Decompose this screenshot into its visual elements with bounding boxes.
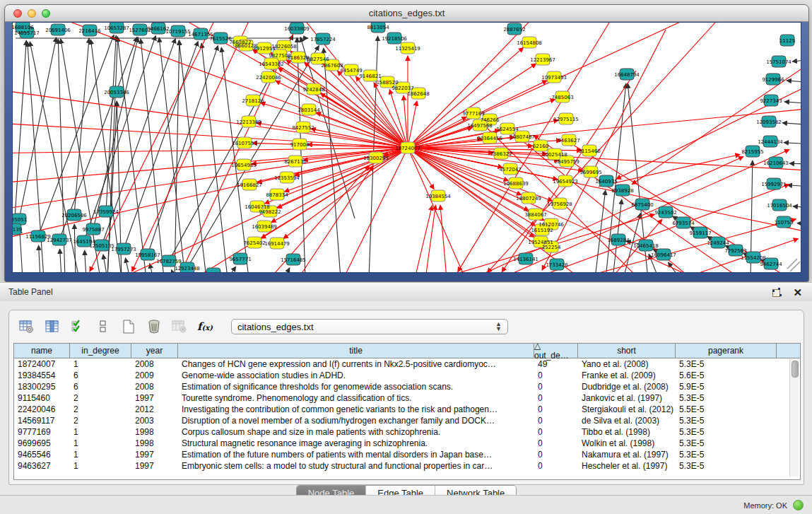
table-settings-icon[interactable] bbox=[19, 319, 35, 334]
table-cell[interactable]: Tourette syndrome. Phenomenology and cla… bbox=[178, 393, 534, 403]
table-row[interactable]: 969969511998Structural magnetic resonanc… bbox=[14, 438, 800, 449]
table-cell[interactable]: 0 bbox=[534, 416, 578, 426]
table-cell[interactable]: Estimation of the future numbers of pati… bbox=[178, 450, 534, 460]
table-cell[interactable]: 5.3E-5 bbox=[676, 427, 777, 437]
network-window-titlebar[interactable]: citations_edges.txt bbox=[5, 5, 808, 22]
table-cell[interactable]: 0 bbox=[534, 427, 578, 437]
table-cell[interactable]: Stergiakouli et al. (2012) bbox=[578, 404, 676, 414]
table-column-icon[interactable] bbox=[45, 319, 60, 334]
table-row[interactable]: 977716911998Corpus callosum shape and si… bbox=[14, 426, 800, 438]
close-panel-icon[interactable]: ✕ bbox=[793, 287, 802, 298]
table-cell[interactable]: 2003 bbox=[131, 416, 178, 426]
table-cell[interactable]: 2012 bbox=[131, 404, 178, 414]
table-row[interactable]: 911546021997Tourette syndrome. Phenomeno… bbox=[14, 392, 800, 404]
select-columns-icon[interactable] bbox=[70, 319, 86, 334]
table-cell[interactable]: 14569117 bbox=[14, 416, 70, 426]
vertical-scrollbar[interactable] bbox=[789, 359, 799, 477]
function-builder-icon[interactable]: f(x) bbox=[197, 320, 213, 333]
column-header-in_degree[interactable]: in_degree bbox=[70, 344, 131, 358]
table-cell[interactable]: 9699695 bbox=[14, 438, 70, 448]
table-row[interactable]: 2242004622012Investigating the contribut… bbox=[14, 404, 800, 415]
table-cell[interactable]: 5.3E-5 bbox=[676, 359, 777, 369]
table-row[interactable]: 1872400712008Changes of HCN gene express… bbox=[14, 358, 800, 370]
column-header-name[interactable]: name bbox=[14, 344, 70, 358]
row-mode-icon[interactable] bbox=[95, 319, 111, 334]
table-cell[interactable]: 1 bbox=[70, 427, 131, 437]
table-row[interactable]: 1456911722003Disruption of a novel membe… bbox=[14, 415, 800, 426]
table-source-select[interactable]: citations_edges.txt ▲▼ bbox=[231, 319, 508, 334]
table-cell[interactable]: 1 bbox=[70, 359, 131, 369]
table-cell[interactable]: 5.5E-5 bbox=[676, 404, 777, 414]
table-cell[interactable]: 5.3E-5 bbox=[676, 450, 777, 460]
table-row[interactable]: 1938455462009Genome-wide association stu… bbox=[14, 370, 800, 381]
table-cell[interactable]: 0 bbox=[534, 393, 578, 403]
table-row[interactable]: 946554611997Estimation of the future num… bbox=[14, 449, 800, 460]
table-cell[interactable]: 9115460 bbox=[14, 393, 70, 403]
table-cell[interactable]: 1998 bbox=[131, 427, 178, 437]
table-cell[interactable]: 0 bbox=[534, 382, 578, 392]
table-cell[interactable]: 1997 bbox=[131, 393, 178, 403]
table-cell[interactable]: 5.9E-5 bbox=[676, 382, 777, 392]
table-cell[interactable]: 2 bbox=[70, 404, 131, 414]
table-cell[interactable]: Changes of HCN gene expression and I(f) … bbox=[178, 359, 534, 369]
column-header-out_de[interactable]: △ out_de… bbox=[534, 344, 578, 358]
table-cell[interactable]: Franke et al. (2009) bbox=[578, 370, 676, 380]
table-cell[interactable]: 6 bbox=[70, 370, 131, 380]
table-cell[interactable]: 49 bbox=[534, 359, 578, 369]
table-cell[interactable]: 1998 bbox=[131, 438, 178, 448]
table-cell[interactable]: Genome-wide association studies in ADHD. bbox=[178, 370, 534, 380]
column-header-year[interactable]: year bbox=[131, 344, 178, 358]
table-cell[interactable]: Nakamura et al. (1997) bbox=[578, 450, 676, 460]
table-cell[interactable]: Wolkin et al. (1998) bbox=[578, 438, 676, 448]
table-cell[interactable]: Investigating the contribution of common… bbox=[178, 404, 534, 414]
table-cell[interactable]: 5.3E-5 bbox=[676, 416, 777, 426]
float-panel-icon[interactable] bbox=[772, 288, 782, 297]
table-cell[interactable]: 9463627 bbox=[14, 461, 70, 471]
network-graph[interactable]: 1405571720691406221641610653287152760294… bbox=[13, 23, 801, 273]
table-cell[interactable]: 5.3E-5 bbox=[676, 393, 777, 403]
table-cell[interactable]: 6 bbox=[70, 382, 131, 392]
table-cell[interactable]: 9777169 bbox=[14, 427, 70, 437]
table-cell[interactable]: 0 bbox=[534, 404, 578, 414]
table-cell[interactable]: 2008 bbox=[131, 382, 178, 392]
table-cell[interactable]: 1 bbox=[70, 450, 131, 460]
column-header-title[interactable]: title bbox=[178, 344, 534, 358]
table-cell[interactable]: de Silva et al. (2003) bbox=[578, 416, 676, 426]
table-cell[interactable]: 22420046 bbox=[14, 404, 70, 414]
table-cell[interactable]: Corpus callosum shape and size in male p… bbox=[178, 427, 534, 437]
table-cell[interactable]: 18724007 bbox=[14, 359, 70, 369]
table-cell[interactable]: 2 bbox=[70, 416, 131, 426]
table-cell[interactable]: 1997 bbox=[131, 461, 178, 471]
table-cell[interactable]: 2 bbox=[70, 393, 131, 403]
table-cell[interactable]: 0 bbox=[534, 461, 578, 471]
memory-status-icon[interactable] bbox=[793, 500, 804, 510]
scrollbar-thumb[interactable] bbox=[792, 361, 799, 378]
column-header-short[interactable]: short bbox=[578, 344, 676, 358]
table-cell[interactable]: 18300295 bbox=[14, 382, 70, 392]
table-cell[interactable]: Hescheler et al. (1997) bbox=[578, 461, 676, 471]
table-cell[interactable]: 2009 bbox=[131, 370, 178, 380]
table-cell[interactable]: Yano et al. (2008) bbox=[578, 359, 676, 369]
table-cell[interactable]: 5.3E-5 bbox=[676, 461, 777, 471]
table-cell[interactable]: 5.6E-5 bbox=[676, 370, 777, 380]
canvas-resize-handle[interactable] bbox=[787, 259, 800, 271]
table-row[interactable]: 1830029562008Estimation of significance … bbox=[14, 381, 800, 392]
table-cell[interactable]: 0 bbox=[534, 450, 578, 460]
table-cell[interactable]: 1 bbox=[70, 438, 131, 448]
table-cell[interactable]: 9465546 bbox=[14, 450, 70, 460]
table-row[interactable]: 946362711997Embryonic stem cells: a mode… bbox=[14, 460, 800, 472]
table-cell[interactable]: 19384554 bbox=[14, 370, 70, 380]
delete-column-icon[interactable] bbox=[146, 319, 162, 334]
table-cell[interactable]: 0 bbox=[534, 438, 578, 448]
column-header-pagerank[interactable]: pagerank bbox=[676, 344, 777, 358]
node-table[interactable]: namein_degreeyeartitle△ out_de…shortpage… bbox=[13, 343, 801, 480]
table-cell[interactable]: Embryonic stem cells: a model to study s… bbox=[178, 461, 534, 471]
table-cell[interactable]: Estimation of significance thresholds fo… bbox=[178, 382, 534, 392]
table-cell[interactable]: Disruption of a novel member of a sodium… bbox=[178, 416, 534, 426]
network-window[interactable]: citations_edges.txt 14055717206914062216… bbox=[4, 4, 809, 282]
table-cell[interactable]: 1997 bbox=[131, 450, 178, 460]
table-cell[interactable]: 2008 bbox=[131, 359, 178, 369]
table-cell[interactable]: 1 bbox=[70, 461, 131, 471]
table-cell[interactable]: Dudbridge et al. (2008) bbox=[578, 382, 676, 392]
new-column-icon[interactable] bbox=[121, 319, 136, 334]
